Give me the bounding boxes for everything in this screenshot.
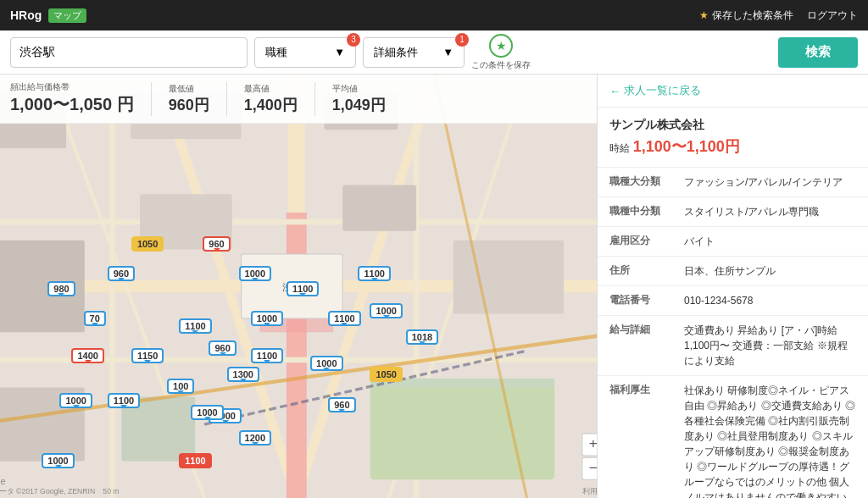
header: HRog マップ ★ 保存した検索条件 ログアウト (0, 0, 868, 30)
map-pin[interactable]: 1300 (227, 367, 259, 382)
save-condition-button[interactable]: ★ この条件を保存 (471, 34, 531, 71)
stat-range: 頻出給与価格帯 1,000〜1,050 円 (10, 81, 134, 116)
range-label: 頻出給与価格帯 (10, 81, 134, 93)
pin-label: 1100 (179, 453, 211, 468)
star-icon: ★ (699, 9, 709, 21)
map-pin[interactable]: 1000 (59, 393, 92, 408)
pin-label: 100 (167, 379, 194, 394)
detail-row: 住所 日本、住所サンプル (598, 257, 868, 286)
logo-text: HRog (10, 8, 42, 22)
map-pin[interactable]: 960 (203, 236, 230, 252)
detail-row: 給与詳細 交通費あり 昇給あり [ア・パ]時給1,100円〜 交通費：一部支給 … (598, 316, 868, 376)
map-pin[interactable]: 960 (209, 340, 236, 356)
wage-row: 時給 1,100〜1,100円 (609, 136, 856, 157)
map-pin[interactable]: 1100 (328, 311, 360, 326)
map-pin[interactable]: 1100 (179, 453, 211, 468)
map-pin[interactable]: 1050 (370, 367, 402, 382)
map-stats: 頻出給与価格帯 1,000〜1,050 円 最低値 960円 最高値 1,400… (0, 75, 597, 124)
save-condition-label: この条件を保存 (471, 59, 531, 71)
pin-label: 1000 (251, 311, 283, 326)
search-input[interactable] (10, 37, 248, 68)
pin-label: 1000 (310, 356, 342, 371)
logout-button[interactable]: ログアウト (807, 8, 858, 23)
detail-row: 雇用区分 バイト (598, 227, 868, 257)
back-link[interactable]: ← 求人一覧に戻る (598, 75, 868, 108)
detail-label: 職種中分類 (598, 197, 672, 227)
pin-label: 1050 (131, 236, 164, 252)
map-pin[interactable]: 1150 (131, 348, 164, 363)
job-type-dropdown[interactable]: 職種 3 ▼ (254, 37, 356, 68)
map-pin[interactable]: 1000 (239, 266, 271, 281)
pin-label: 1100 (287, 281, 319, 296)
detail-value: スタイリスト/アパレル専門職 (672, 197, 868, 227)
map-pin[interactable]: 1100 (287, 281, 319, 296)
pin-label: 1300 (227, 367, 259, 382)
pin-label: 960 (209, 340, 236, 356)
avg-label: 平均値 (332, 83, 386, 95)
avg-value: 1,049円 (332, 95, 386, 115)
chevron-down-icon-2: ▼ (442, 46, 453, 58)
pin-label: 1150 (131, 348, 164, 363)
map-pin[interactable]: 1000 (310, 356, 342, 371)
min-value: 960円 (169, 95, 209, 115)
search-button[interactable]: 検索 (778, 37, 858, 68)
back-label: 求人一覧に戻る (624, 83, 701, 98)
map-pin[interactable]: 1000 (251, 311, 283, 326)
pin-label: 1100 (108, 393, 140, 408)
header-left: HRog マップ (10, 8, 86, 23)
map-pin[interactable]: 1100 (108, 393, 140, 408)
map-pin[interactable]: 1200 (239, 430, 271, 445)
map-pin[interactable]: 1000 (42, 453, 74, 468)
saved-search[interactable]: ★ 保存した検索条件 (699, 8, 793, 23)
map-pin[interactable]: 1050 (131, 236, 164, 252)
pin-label: 1400 (71, 348, 103, 363)
pin-label: 1000 (59, 393, 92, 408)
map-pin[interactable]: 980 (47, 281, 75, 296)
map-pin[interactable]: 1400 (71, 348, 103, 363)
pin-label: 1100 (328, 311, 360, 326)
map-background[interactable]: 渋谷 + − 地図データ ©2017 Google, ZENRIN 50 m 利… (0, 75, 597, 498)
company-section: サンプル株式会社 時給 1,100〜1,100円 (598, 108, 868, 168)
pin-label: 1018 (406, 329, 438, 345)
pin-label: 70 (84, 311, 106, 326)
pin-label: 1100 (251, 348, 283, 363)
max-label: 最高値 (244, 83, 298, 95)
map-pin[interactable]: 1100 (358, 266, 390, 281)
detail-value: ファッション/アパレル/インテリア (672, 168, 868, 197)
map-pin[interactable]: 960 (108, 266, 135, 281)
map-pin[interactable]: 1018 (406, 329, 438, 345)
map-pin[interactable]: 1000 (191, 405, 223, 420)
detail-condition-dropdown[interactable]: 詳細条件 1 ▼ (363, 37, 465, 68)
min-label: 最低値 (169, 83, 209, 95)
pin-label: 960 (108, 266, 135, 281)
map-pin[interactable]: 1100 (251, 348, 283, 363)
map-area[interactable]: 頻出給与価格帯 1,000〜1,050 円 最低値 960円 最高値 1,400… (0, 75, 597, 498)
detail-label: 住所 (598, 257, 672, 286)
map-pin[interactable]: 960 (328, 397, 355, 412)
search-bar: 職種 3 ▼ 詳細条件 1 ▼ ★ この条件を保存 検索 (0, 30, 868, 75)
main-area: 頻出給与価格帯 1,000〜1,050 円 最低値 960円 最高値 1,400… (0, 75, 868, 498)
detail-row: 電話番号 010-1234-5678 (598, 286, 868, 316)
pin-label: 1050 (370, 367, 402, 382)
wage-label: 時給 (609, 142, 630, 154)
pin-label: 960 (328, 397, 355, 412)
job-type-label: 職種 (265, 45, 287, 60)
detail-label: 詳細条件 (374, 45, 418, 60)
pin-label: 1000 (370, 303, 402, 318)
pin-label: 1000 (191, 405, 223, 420)
map-pin[interactable]: 100 (167, 379, 194, 394)
detail-value: 社保あり 研修制度◎ネイル・ピアス自由 ◎昇給あり ◎交通費支給あり ◎各種社会… (672, 376, 868, 499)
saved-search-label: 保存した検索条件 (712, 8, 793, 23)
map-pin[interactable]: 70 (84, 311, 106, 326)
pin-label: 960 (203, 236, 230, 252)
max-value: 1,400円 (244, 95, 298, 115)
map-pin[interactable]: 1100 (179, 318, 211, 334)
detail-value: 010-1234-5678 (672, 286, 868, 316)
detail-table: 職種大分類 ファッション/アパレル/インテリア 職種中分類 スタイリスト/アパレ… (598, 168, 868, 498)
stat-sep-1 (151, 82, 152, 116)
range-value: 1,000〜1,050 円 (10, 93, 134, 116)
stat-avg: 平均値 1,049円 (332, 83, 386, 115)
detail-row: 福利厚生 社保あり 研修制度◎ネイル・ピアス自由 ◎昇給あり ◎交通費支給あり … (598, 376, 868, 499)
pin-label: 1000 (42, 453, 74, 468)
map-pin[interactable]: 1000 (370, 303, 402, 318)
